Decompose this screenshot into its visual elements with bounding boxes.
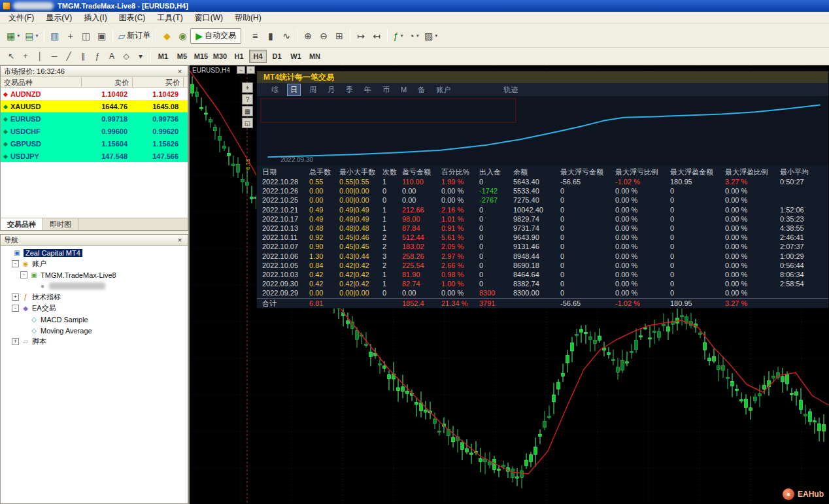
tree-item[interactable]: +ƒ技术指标 bbox=[1, 292, 188, 303]
tree-item[interactable]: ◇MACD Sample bbox=[1, 314, 188, 325]
window-title: TMGM.TradeMax-Live8 - [EURUSD,H4] bbox=[58, 2, 188, 10]
menu-item[interactable]: 帮助(H) bbox=[229, 11, 267, 25]
new-order-button[interactable]: ▱新订单 bbox=[116, 28, 154, 44]
stats-tab-季[interactable]: 季 bbox=[343, 84, 356, 95]
menu-item[interactable]: 插入(I) bbox=[78, 11, 112, 25]
panel-chart-button[interactable]: ▦ bbox=[242, 106, 253, 116]
tree-item[interactable]: -◉账户 bbox=[1, 258, 188, 269]
stats-cell: 0.00 % bbox=[615, 214, 670, 224]
new-chart-button[interactable]: ▦▾ bbox=[4, 28, 22, 44]
navigator-button[interactable]: ◫ bbox=[78, 28, 94, 44]
auto-scroll-button[interactable]: ↦ bbox=[353, 28, 369, 44]
objects-dropdown[interactable]: ▾ bbox=[133, 50, 148, 63]
close-icon[interactable]: × bbox=[175, 67, 184, 75]
crosshair-tool[interactable]: + bbox=[18, 50, 33, 63]
tree-item-selected[interactable]: ▣Zeal Capital MT4 bbox=[1, 247, 188, 258]
timeframe-h1[interactable]: H1 bbox=[230, 50, 248, 63]
stats-tab-年[interactable]: 年 bbox=[362, 84, 374, 95]
profiles-button[interactable]: ▤▾ bbox=[22, 28, 41, 44]
market-watch-tab-symbols[interactable]: 交易品种 bbox=[1, 218, 43, 230]
tree-item[interactable]: -▣TMGM.TradeMax-Live8 bbox=[1, 269, 188, 280]
stats-tab-track[interactable]: 轨迹 bbox=[501, 84, 520, 95]
metaeditor-icon: ◆ bbox=[163, 31, 171, 41]
stats-cell: 0 bbox=[560, 288, 615, 297]
tree-item[interactable]: -◆EA交易 bbox=[1, 303, 188, 314]
templates-button[interactable]: ▨▾ bbox=[422, 28, 440, 44]
periods-button[interactable]: ◔▾ bbox=[406, 28, 422, 44]
stats-tab-M[interactable]: M bbox=[398, 85, 409, 94]
trendline-tool[interactable]: ╱ bbox=[61, 50, 76, 63]
menu-item[interactable]: 显示(V) bbox=[40, 11, 78, 25]
vertical-line-tool[interactable]: │ bbox=[33, 50, 47, 63]
line-chart-button[interactable]: ∿ bbox=[279, 28, 294, 44]
expander-minus-icon[interactable]: - bbox=[12, 305, 19, 312]
stats-cell: 0.00 % bbox=[441, 186, 479, 195]
expander-plus-icon[interactable]: + bbox=[12, 338, 19, 345]
tree-item[interactable]: ● bbox=[1, 280, 188, 292]
timeframe-m30[interactable]: M30 bbox=[211, 50, 229, 63]
metaeditor-button[interactable]: ◆ bbox=[159, 28, 175, 44]
stats-tab-综[interactable]: 综 bbox=[269, 84, 281, 95]
stats-tab-币[interactable]: 币 bbox=[380, 84, 392, 95]
indicators-button[interactable]: ƒ▾ bbox=[390, 28, 406, 44]
bar-chart-button[interactable]: ≡ bbox=[247, 28, 263, 44]
stats-cell: 0.00 bbox=[309, 186, 339, 195]
zoom-in-button[interactable]: ⊕ bbox=[300, 28, 316, 44]
fibonacci-tool[interactable]: ƒ bbox=[90, 50, 105, 63]
close-icon[interactable]: × bbox=[175, 236, 184, 244]
market-watch-row[interactable]: ◆AUDNZD1.104021.10429 bbox=[1, 88, 188, 100]
timeframe-m1[interactable]: M1 bbox=[154, 50, 172, 63]
expander-minus-icon[interactable]: - bbox=[20, 271, 27, 278]
market-watch-row[interactable]: ◆EURUSD0.997180.99736 bbox=[1, 112, 188, 125]
stats-cell: 0 bbox=[560, 270, 615, 279]
stats-cell: 0 bbox=[670, 224, 725, 233]
stats-tab-日[interactable]: 日 bbox=[287, 84, 301, 96]
timeframe-d1[interactable]: D1 bbox=[268, 50, 286, 63]
tree-item[interactable]: +▱脚本 bbox=[1, 336, 188, 347]
channel-tool[interactable]: ∥ bbox=[76, 50, 90, 63]
timeframe-mn[interactable]: MN bbox=[306, 50, 324, 63]
text-tool[interactable]: A bbox=[105, 50, 119, 63]
expander-minus-icon[interactable]: - bbox=[12, 260, 19, 267]
chart-minimize-button[interactable]: – bbox=[237, 66, 245, 74]
panel-move-button[interactable]: + bbox=[242, 82, 253, 93]
menu-item[interactable]: 工具(T) bbox=[151, 11, 188, 25]
timeframe-m15[interactable]: M15 bbox=[192, 50, 210, 63]
candlestick-chart-button[interactable]: ▮ bbox=[263, 28, 279, 44]
timeframe-m5[interactable]: M5 bbox=[173, 50, 191, 63]
stats-row: 2022.10.210.490.49|0.491212.662.16 %0100… bbox=[257, 205, 828, 214]
panel-help-button[interactable]: ? bbox=[242, 94, 253, 105]
title-bar: TMGM.TradeMax-Live8 - [EURUSD,H4] bbox=[0, 0, 829, 12]
data-window-button[interactable]: + bbox=[63, 28, 78, 44]
menu-item[interactable]: 图表(C) bbox=[113, 11, 152, 25]
market-watch-button[interactable]: ▥ bbox=[47, 28, 63, 44]
tree-item[interactable]: ◇Moving Average bbox=[1, 325, 188, 336]
market-watch-row[interactable]: ◆USDJPY147.548147.566 bbox=[1, 150, 188, 162]
panel-restore-button[interactable]: ◱ bbox=[242, 118, 253, 128]
timeframe-h4[interactable]: H4 bbox=[249, 50, 267, 63]
shapes-tool[interactable]: ◇ bbox=[119, 50, 133, 63]
chart-restore-button[interactable]: ▫ bbox=[246, 66, 255, 74]
timeframe-w1[interactable]: W1 bbox=[287, 50, 305, 63]
horizontal-line-tool[interactable]: ─ bbox=[47, 50, 61, 63]
zoom-out-button[interactable]: ⊖ bbox=[316, 28, 331, 44]
cursor-tool[interactable]: ↖ bbox=[4, 50, 18, 63]
market-watch-row[interactable]: ◆XAUUSD1644.761645.08 bbox=[1, 100, 188, 112]
stats-tab-月[interactable]: 月 bbox=[325, 84, 337, 95]
menu-item[interactable]: 文件(F) bbox=[3, 11, 40, 25]
autotrade-button[interactable]: ▶自动交易 bbox=[190, 28, 241, 44]
stats-tab-账户[interactable]: 账户 bbox=[433, 84, 453, 95]
chart-shift-button[interactable]: ↤ bbox=[369, 28, 384, 44]
market-watch-row[interactable]: ◆GBPUSD1.156041.15626 bbox=[1, 137, 188, 150]
market-watch-tab-tick-chart[interactable]: 即时图 bbox=[43, 218, 78, 230]
mql5-community-button[interactable]: ◉ bbox=[175, 28, 190, 44]
stats-tab-周[interactable]: 周 bbox=[307, 84, 319, 95]
chart-area[interactable]: 6.18 EURUSD,H4 –▫ +?▦◱ MT4统计每一笔交易 综日周月季年… bbox=[190, 65, 829, 504]
new-chart-icon: ▦ bbox=[7, 31, 15, 41]
market-watch-row[interactable]: ◆USDCHF0.996000.99620 bbox=[1, 125, 188, 137]
terminal-button[interactable]: ▣ bbox=[94, 28, 110, 44]
stats-tab-备[interactable]: 备 bbox=[415, 84, 428, 95]
tile-windows-button[interactable]: ⊞ bbox=[331, 28, 347, 44]
menu-item[interactable]: 窗口(W) bbox=[189, 11, 229, 25]
expander-plus-icon[interactable]: + bbox=[12, 294, 19, 301]
